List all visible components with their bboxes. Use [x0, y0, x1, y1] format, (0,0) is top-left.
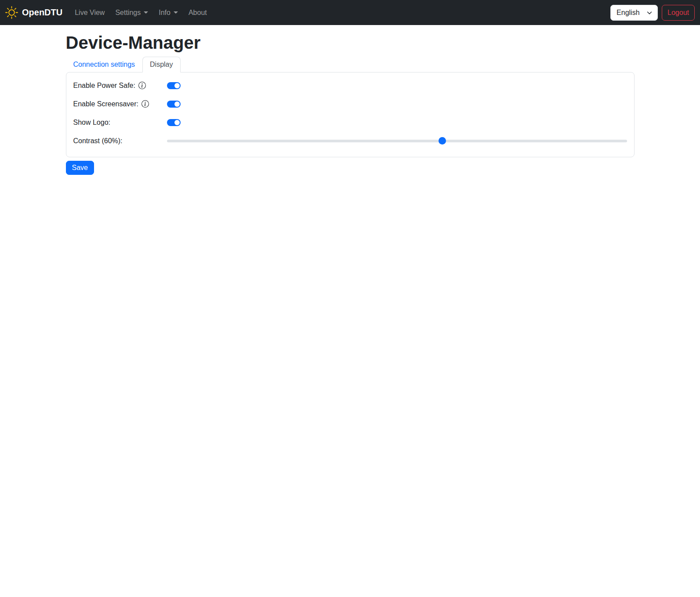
field-control — [167, 82, 627, 89]
navbar-left: OpenDTU Live View Settings Info About — [5, 5, 212, 20]
caret-down-icon — [174, 11, 178, 14]
logout-button[interactable]: Logout — [662, 5, 695, 21]
power-safe-toggle[interactable] — [167, 82, 181, 89]
nav-item-settings[interactable]: Settings — [112, 5, 152, 20]
card-body: Enable Power Safe: Enable Screensaver: — [66, 72, 634, 157]
field-label-group: Contrast (60%): — [73, 137, 167, 145]
field-label-group: Enable Power Safe: — [73, 82, 167, 90]
nav-item-info[interactable]: Info — [155, 5, 181, 20]
language-select[interactable]: English — [610, 5, 658, 21]
info-icon[interactable] — [138, 82, 146, 89]
nav-links: Live View Settings Info About — [69, 5, 212, 20]
show-logo-toggle[interactable] — [167, 119, 181, 126]
caret-down-icon — [144, 11, 148, 14]
field-label: Enable Screensaver: — [73, 100, 139, 108]
brand-text: OpenDTU — [22, 7, 62, 18]
info-icon[interactable] — [141, 100, 149, 108]
nav-item-about[interactable]: About — [185, 5, 210, 20]
field-label-group: Enable Screensaver: — [73, 100, 167, 108]
field-control — [167, 101, 627, 108]
sun-icon — [5, 6, 18, 19]
page-title: Device-Manager — [66, 33, 635, 53]
tab-bar: Connection settings Display — [66, 57, 635, 72]
save-button[interactable]: Save — [66, 161, 94, 175]
contrast-slider[interactable] — [167, 137, 627, 145]
navbar: OpenDTU Live View Settings Info About En… — [0, 0, 700, 25]
field-label-group: Show Logo: — [73, 119, 167, 127]
navbar-right: English Logout — [610, 5, 695, 21]
form-row-screensaver: Enable Screensaver: — [73, 98, 627, 109]
field-control — [167, 119, 627, 126]
nav-item-live-view[interactable]: Live View — [71, 5, 108, 20]
form-row-power-safe: Enable Power Safe: — [73, 80, 627, 91]
tab-connection-settings[interactable]: Connection settings — [66, 57, 143, 72]
field-label: Show Logo: — [73, 119, 111, 127]
main-container: Device-Manager Connection settings Displ… — [60, 33, 640, 175]
tab-display[interactable]: Display — [142, 57, 180, 72]
form-row-contrast: Contrast (60%): — [73, 135, 627, 146]
field-control — [167, 137, 627, 145]
display-settings-card: Enable Power Safe: Enable Screensaver: — [66, 72, 635, 157]
form-row-show-logo: Show Logo: — [73, 117, 627, 128]
language-select-wrap: English — [610, 5, 658, 21]
brand-link[interactable]: OpenDTU — [5, 6, 62, 19]
field-label: Contrast (60%): — [73, 137, 123, 145]
screensaver-toggle[interactable] — [167, 101, 181, 108]
field-label: Enable Power Safe: — [73, 82, 135, 90]
